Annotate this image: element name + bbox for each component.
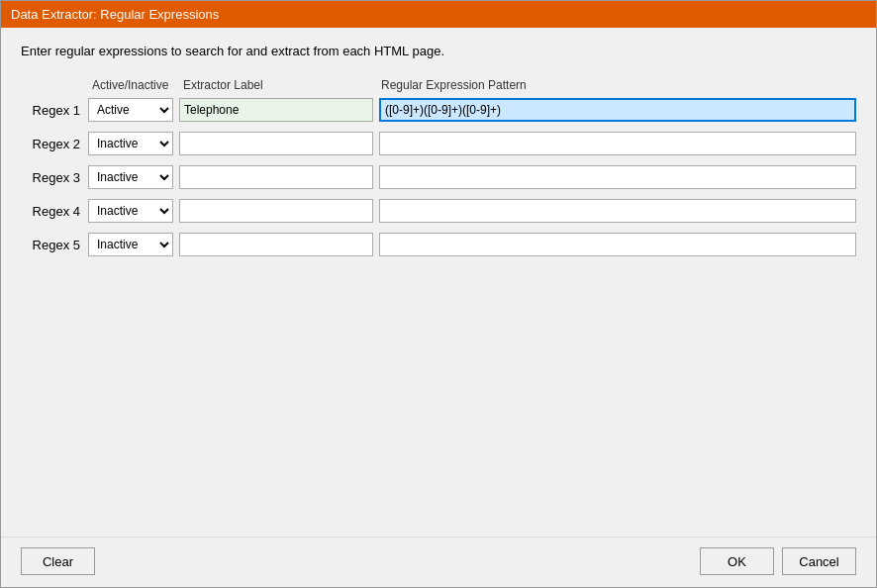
header-extractor-label: Extractor Label (183, 78, 377, 92)
right-buttons: OK Cancel (700, 547, 856, 575)
regex4-pattern-input[interactable] (379, 199, 856, 223)
regex3-label-input[interactable] (179, 165, 373, 189)
regex5-label: Regex 5 (21, 238, 88, 252)
dialog-content: Enter regular expressions to search for … (1, 28, 876, 537)
regex1-pattern-input[interactable] (379, 98, 856, 122)
regex4-status-select[interactable]: Active Inactive (88, 199, 173, 223)
regex2-label-input[interactable] (179, 132, 373, 155)
regex5-status-select[interactable]: Active Inactive (88, 233, 173, 256)
regex5-label-input[interactable] (179, 233, 373, 256)
regex-row-3: Regex 3 Active Inactive (21, 165, 856, 189)
regex1-label: Regex 1 (21, 103, 88, 118)
regex-row-1: Regex 1 Active Inactive (21, 98, 856, 122)
regex2-pattern-input[interactable] (379, 132, 856, 155)
regex1-status-select[interactable]: Active Inactive (88, 98, 173, 122)
bottom-bar: Clear OK Cancel (1, 537, 876, 587)
regex5-pattern-input[interactable] (379, 233, 856, 256)
title-label: Data Extractor: Regular Expressions (11, 7, 219, 22)
ok-button[interactable]: OK (700, 547, 774, 575)
regex-row-2: Regex 2 Active Inactive (21, 132, 856, 155)
regex2-label: Regex 2 (21, 137, 88, 151)
cancel-button[interactable]: Cancel (782, 547, 856, 575)
regex4-label: Regex 4 (21, 204, 88, 219)
column-headers: Active/Inactive Extractor Label Regular … (92, 78, 856, 92)
description-text: Enter regular expressions to search for … (21, 44, 856, 58)
regex-row-5: Regex 5 Active Inactive (21, 233, 856, 256)
header-active-inactive: Active/Inactive (92, 78, 179, 92)
regex4-label-input[interactable] (179, 199, 373, 223)
clear-button[interactable]: Clear (21, 547, 95, 575)
title-bar: Data Extractor: Regular Expressions (1, 1, 876, 28)
form-area: Active/Inactive Extractor Label Regular … (21, 78, 856, 527)
regex3-status-select[interactable]: Active Inactive (88, 165, 173, 189)
regex3-pattern-input[interactable] (379, 165, 856, 189)
regex-row-4: Regex 4 Active Inactive (21, 199, 856, 223)
header-regex-pattern: Regular Expression Pattern (381, 78, 527, 92)
regex1-label-input[interactable] (179, 98, 373, 122)
regex2-status-select[interactable]: Active Inactive (88, 132, 173, 155)
regex3-label: Regex 3 (21, 170, 88, 185)
